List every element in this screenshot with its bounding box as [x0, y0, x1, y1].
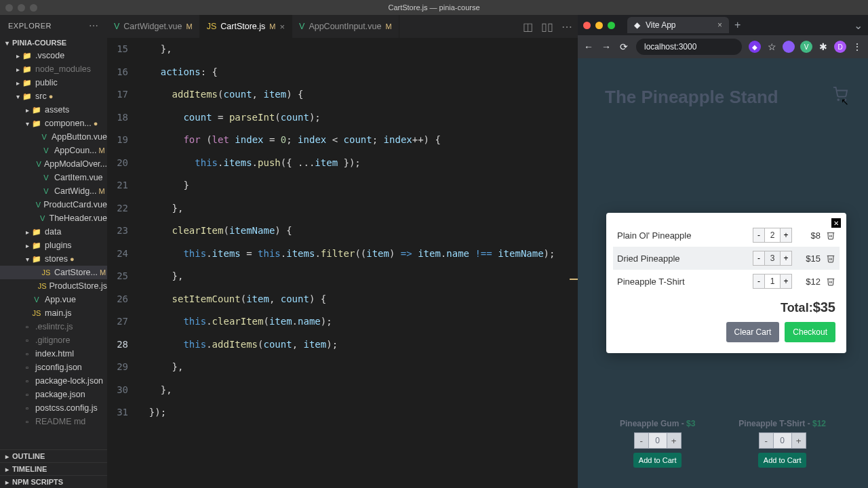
folder-item[interactable]: ▾📁stores● [0, 252, 107, 266]
increment-button[interactable]: + [780, 274, 792, 289]
vue-devtools-icon[interactable]: V [800, 41, 812, 53]
decrement-button[interactable]: - [753, 228, 765, 243]
back-icon[interactable]: ← [583, 41, 594, 52]
product-name: Pineapple T-Shirt - $12 [738, 419, 826, 428]
increment-button[interactable]: + [667, 432, 682, 449]
trash-icon[interactable] [826, 230, 835, 240]
browser-tab[interactable]: ◆ Vite App × [627, 17, 729, 33]
file-item[interactable]: ▫postcss.config.js [0, 401, 107, 415]
menu-icon[interactable]: ⋮ [852, 41, 863, 52]
minimize-window-icon[interactable] [595, 22, 603, 29]
extension-icon[interactable]: ◆ [749, 41, 761, 53]
decrement-button[interactable]: - [759, 432, 774, 449]
file-item[interactable]: ▫.gitignore [0, 333, 107, 347]
explorer-more-icon[interactable]: ⋯ [89, 20, 99, 31]
increment-button[interactable]: + [780, 228, 792, 243]
maximize-window-icon[interactable] [30, 4, 37, 12]
checkout-button[interactable]: Checkout [785, 322, 835, 342]
folder-item[interactable]: ▸📁data [0, 225, 107, 239]
maximize-window-icon[interactable] [608, 22, 615, 29]
extensions-icon[interactable]: ✱ [818, 41, 829, 52]
file-item[interactable]: JSCartStore...M [0, 266, 107, 279]
folder-item[interactable]: ▸📁node_modules [0, 62, 107, 76]
line-number: 20 [107, 152, 128, 175]
file-item[interactable]: ▫jsconfig.json [0, 361, 107, 374]
bookmark-icon[interactable]: ☆ [766, 41, 777, 52]
code-line[interactable]: count = parseInt(count); [138, 106, 578, 129]
file-item[interactable]: VCartWidg...M [0, 184, 107, 198]
folder-item[interactable]: ▾📁src● [0, 89, 107, 103]
close-window-icon[interactable] [583, 22, 591, 29]
add-to-cart-button[interactable]: Add to Cart [758, 453, 807, 468]
close-popover-icon[interactable]: ✕ [831, 218, 841, 228]
file-item[interactable]: JSmain.js [0, 306, 107, 320]
code-editor[interactable]: 1516171819202122232425262728293031 }, ac… [107, 38, 578, 488]
editor-tab[interactable]: JSCartStore.jsM× [200, 15, 292, 38]
trash-icon[interactable] [826, 253, 835, 263]
code-line[interactable]: this.items = this.items.filter((item) =>… [138, 243, 578, 266]
decrement-button[interactable]: - [753, 274, 765, 289]
split-icon[interactable]: ▯▯ [541, 20, 553, 33]
code-line[interactable]: }, [138, 356, 578, 379]
decrement-button[interactable]: - [634, 432, 649, 449]
increment-button[interactable]: + [780, 251, 792, 266]
code-line[interactable]: }, [138, 197, 578, 220]
npm-scripts-section[interactable]: ▸NPM SCRIPTS [0, 475, 107, 488]
code-line[interactable]: }, [138, 265, 578, 288]
project-header[interactable]: ▾ PINIA-COURSE [0, 37, 107, 49]
editor-tab[interactable]: VAppCountInput.vueM [292, 15, 399, 38]
file-item[interactable]: ▫index.html [0, 347, 107, 361]
more-icon[interactable]: ⋯ [561, 20, 572, 33]
forward-icon[interactable]: → [601, 41, 612, 52]
file-item[interactable]: VProductCard.vue [0, 198, 107, 211]
outline-section[interactable]: ▸OUTLINE [0, 449, 107, 462]
code-line[interactable]: actions: { [138, 61, 578, 84]
folder-icon: 📁 [31, 240, 42, 251]
folder-item[interactable]: ▸📁assets [0, 103, 107, 117]
code-line[interactable]: clearItem(itemName) { [138, 220, 578, 243]
file-item[interactable]: VAppModalOver... [0, 157, 107, 171]
decrement-button[interactable]: - [753, 251, 765, 266]
folder-item[interactable]: ▸📁plugins [0, 239, 107, 252]
code-line[interactable]: for (let index = 0; index < count; index… [138, 129, 578, 152]
file-item[interactable]: VAppCoun...M [0, 144, 107, 157]
code-line[interactable]: }, [138, 379, 578, 402]
file-item[interactable]: VCartItem.vue [0, 171, 107, 184]
new-tab-icon[interactable]: + [734, 19, 741, 31]
close-tab-icon[interactable]: × [717, 20, 722, 30]
file-item[interactable]: VApp.vue [0, 293, 107, 306]
timeline-section[interactable]: ▸TIMELINE [0, 462, 107, 475]
file-item[interactable]: ▫package.json [0, 388, 107, 401]
add-to-cart-button[interactable]: Add to Cart [633, 453, 682, 468]
file-item[interactable]: ▫README md [0, 415, 107, 428]
code-line[interactable]: }); [138, 401, 578, 424]
file-item[interactable]: ▫.eslintrc.js [0, 320, 107, 333]
trash-icon[interactable] [826, 277, 835, 286]
code-line[interactable]: this.clearItem(item.name); [138, 310, 578, 333]
reload-icon[interactable]: ⟳ [618, 41, 629, 52]
run-icon[interactable]: ◫ [523, 20, 533, 33]
code-line[interactable]: addItems(count, item) { [138, 83, 578, 106]
editor-tab[interactable]: VCartWidget.vueM [107, 15, 200, 38]
profile-icon[interactable]: D [834, 41, 846, 53]
folder-item[interactable]: ▾📁componen...● [0, 117, 107, 130]
code-line[interactable]: this.items.push({ ...item }); [138, 152, 578, 175]
address-bar[interactable]: localhost:3000 [636, 39, 742, 55]
folder-item[interactable]: ▸📁.vscode [0, 49, 107, 62]
close-tab-icon[interactable]: × [279, 22, 285, 32]
minimize-window-icon[interactable] [18, 4, 25, 12]
file-item[interactable]: ▫package-lock.json [0, 374, 107, 388]
code-line[interactable]: }, [138, 38, 578, 61]
code-line[interactable]: this.addItems(count, item); [138, 333, 578, 357]
increment-button[interactable]: + [791, 432, 806, 449]
clear-cart-button[interactable]: Clear Cart [726, 322, 780, 342]
file-item[interactable]: VTheHeader.vue [0, 211, 107, 225]
file-item[interactable]: JSProductStore.js [0, 279, 107, 293]
folder-item[interactable]: ▸📁public [0, 76, 107, 89]
code-line[interactable]: } [138, 174, 578, 197]
tabs-dropdown-icon[interactable]: ⌄ [854, 19, 863, 32]
file-item[interactable]: VAppButton.vue [0, 130, 107, 144]
close-window-icon[interactable] [5, 4, 13, 12]
extension-icon[interactable] [783, 41, 795, 53]
code-line[interactable]: setItemCount(item, count) { [138, 288, 578, 311]
